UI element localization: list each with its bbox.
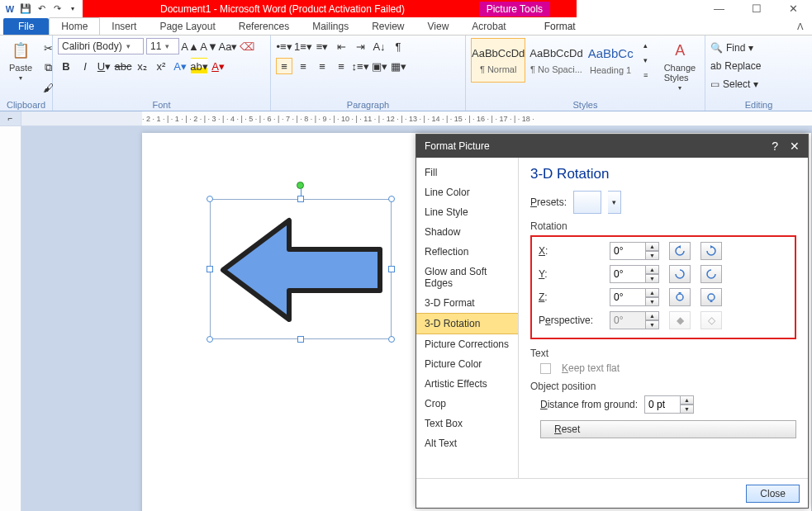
shading-icon[interactable]: ▣▾: [371, 58, 387, 74]
dec-indent-icon[interactable]: ⇤: [333, 38, 349, 54]
styles-down-icon[interactable]: ▾: [638, 53, 654, 67]
maximize-button[interactable]: ☐: [738, 0, 775, 17]
find-button[interactable]: 🔍Find ▾: [710, 40, 753, 56]
nav-reflection[interactable]: Reflection: [416, 242, 518, 262]
arrow-shape[interactable]: [219, 216, 384, 324]
justify-icon[interactable]: ≡: [333, 58, 349, 74]
paste-button[interactable]: 📋 Paste ▾: [5, 38, 36, 83]
resize-handle[interactable]: [388, 266, 395, 272]
italic-button[interactable]: I: [77, 58, 93, 74]
reset-button[interactable]: Reset: [540, 420, 796, 438]
multilevel-icon[interactable]: ≡▾: [314, 38, 330, 54]
z-rotate-ccw-icon[interactable]: [669, 288, 691, 306]
bullets-icon[interactable]: •≡▾: [276, 38, 292, 54]
font-color-icon[interactable]: A▾: [210, 58, 226, 74]
change-case-icon[interactable]: Aa▾: [220, 38, 236, 54]
subscript-button[interactable]: x₂: [134, 58, 150, 74]
replace-button[interactable]: abReplace: [710, 58, 761, 74]
dialog-close-icon[interactable]: ✕: [790, 140, 800, 153]
horizontal-ruler[interactable]: · 2 · 1 · | · 1 · | · 2 · | · 3 · | · 4 …: [142, 111, 812, 125]
styles-up-icon[interactable]: ▴: [638, 38, 654, 52]
clear-format-icon[interactable]: ⌫: [239, 38, 255, 54]
resize-handle[interactable]: [207, 266, 213, 272]
minimize-ribbon-icon[interactable]: ᐱ: [789, 19, 812, 35]
numbering-icon[interactable]: 1≡▾: [295, 38, 311, 54]
align-right-icon[interactable]: ≡: [314, 58, 330, 74]
shrink-font-icon[interactable]: A▼: [201, 38, 217, 54]
perspective-spinner[interactable]: ▲▼: [610, 311, 659, 329]
x-rotate-right-icon[interactable]: [700, 242, 722, 260]
y-rotate-down-icon[interactable]: [700, 265, 722, 283]
nav-shadow[interactable]: Shadow: [416, 222, 518, 242]
tab-page-layout[interactable]: Page Layout: [148, 18, 226, 35]
grow-font-icon[interactable]: A▲: [182, 38, 198, 54]
change-styles-button[interactable]: A Change Styles▾: [661, 38, 700, 93]
inc-indent-icon[interactable]: ⇥: [352, 38, 368, 54]
font-name-combo[interactable]: Calibri (Body)▾: [58, 38, 144, 54]
sort-icon[interactable]: A↓: [371, 38, 387, 54]
style-no-spacing[interactable]: AaBbCcDd¶ No Spaci...: [529, 38, 583, 83]
z-rotate-cw-icon[interactable]: [700, 288, 722, 306]
text-effects-icon[interactable]: A▾: [172, 58, 188, 74]
nav-crop[interactable]: Crop: [416, 394, 518, 414]
resize-handle[interactable]: [297, 336, 304, 343]
styles-more-icon[interactable]: ≡: [638, 68, 654, 82]
presets-button[interactable]: [573, 191, 601, 214]
resize-handle[interactable]: [207, 196, 213, 202]
underline-button[interactable]: U▾: [96, 58, 112, 74]
y-rotate-up-icon[interactable]: [669, 265, 691, 283]
tab-acrobat[interactable]: Acrobat: [460, 18, 517, 35]
y-spinner[interactable]: ▲▼: [610, 265, 659, 283]
nav-artistic[interactable]: Artistic Effects: [416, 374, 518, 394]
resize-handle[interactable]: [207, 336, 213, 343]
nav-pic-corrections[interactable]: Picture Corrections: [416, 334, 518, 354]
select-button[interactable]: ▭Select ▾: [710, 76, 758, 92]
nav-glow[interactable]: Glow and Soft Edges: [416, 262, 518, 293]
nav-line-color[interactable]: Line Color: [416, 182, 518, 202]
minimize-button[interactable]: —: [700, 0, 738, 17]
redo-icon[interactable]: ↷: [50, 2, 64, 16]
align-left-icon[interactable]: ≡: [276, 58, 292, 74]
resize-handle[interactable]: [297, 196, 304, 202]
qat-dropdown-icon[interactable]: ▾: [66, 2, 79, 16]
tab-format[interactable]: Format: [533, 18, 587, 35]
tab-file[interactable]: File: [3, 18, 49, 35]
align-center-icon[interactable]: ≡: [295, 58, 311, 74]
x-spinner[interactable]: ▲▼: [610, 242, 659, 260]
tab-mailings[interactable]: Mailings: [301, 18, 360, 35]
tab-review[interactable]: Review: [360, 18, 415, 35]
style-heading1[interactable]: AaBbCcHeading 1: [587, 38, 634, 83]
tab-references[interactable]: References: [227, 18, 301, 35]
tab-insert[interactable]: Insert: [100, 18, 148, 35]
show-marks-icon[interactable]: ¶: [390, 38, 406, 54]
superscript-button[interactable]: x²: [153, 58, 169, 74]
dialog-help-icon[interactable]: ?: [772, 140, 778, 153]
nav-3d-format[interactable]: 3-D Format: [416, 293, 518, 313]
distance-spinner[interactable]: ▲▼: [644, 395, 694, 414]
save-icon[interactable]: 💾: [19, 2, 32, 16]
nav-pic-color[interactable]: Picture Color: [416, 354, 518, 374]
nav-textbox[interactable]: Text Box: [416, 414, 518, 433]
nav-line-style[interactable]: Line Style: [416, 202, 518, 222]
x-rotate-left-icon[interactable]: [669, 242, 691, 260]
z-spinner[interactable]: ▲▼: [610, 288, 659, 306]
strike-button[interactable]: abc: [115, 58, 131, 74]
undo-icon[interactable]: ↶: [35, 2, 48, 16]
bold-button[interactable]: B: [58, 58, 74, 74]
nav-fill[interactable]: Fill: [416, 163, 518, 182]
resize-handle[interactable]: [388, 196, 395, 202]
tab-home[interactable]: Home: [49, 17, 100, 35]
shape-selection[interactable]: [210, 199, 392, 339]
font-size-combo[interactable]: 11▾: [146, 38, 179, 54]
tab-view[interactable]: View: [416, 18, 461, 35]
vertical-ruler[interactable]: [0, 126, 21, 511]
borders-icon[interactable]: ▦▾: [390, 58, 406, 74]
close-button-dialog[interactable]: Close: [746, 485, 800, 503]
style-normal[interactable]: AaBbCcDd¶ Normal: [471, 38, 525, 83]
presets-dropdown[interactable]: ▾: [608, 191, 621, 214]
resize-handle[interactable]: [388, 336, 395, 343]
nav-alt-text[interactable]: Alt Text: [416, 433, 518, 453]
close-button[interactable]: ✕: [775, 0, 812, 17]
nav-3d-rotation[interactable]: 3-D Rotation: [416, 313, 518, 334]
highlight-icon[interactable]: ab▾: [191, 58, 207, 74]
